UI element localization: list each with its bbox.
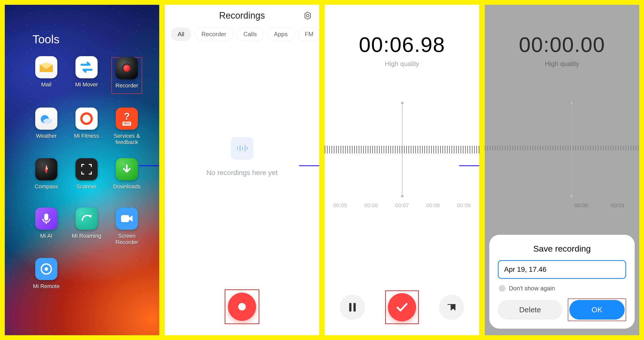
pause-icon [348, 302, 357, 312]
app-label: Mail [41, 81, 51, 93]
mail-icon [35, 56, 57, 78]
recording-timer: 00:06.98 [325, 32, 479, 57]
stop-button[interactable] [388, 293, 416, 321]
quality-label: High quality [485, 60, 639, 68]
services-feedback-icon: ?MIUI [116, 108, 138, 130]
app-label: Mi Fitness [74, 133, 99, 144]
folder-title: Tools [5, 5, 159, 56]
app-mi-remote[interactable]: Mi Remote [30, 258, 63, 295]
mi-remote-icon [35, 258, 57, 280]
screen-save-dialog: 00:00.00 High quality 00:00 00:01 00:02 … [484, 4, 640, 336]
svg-point-1 [43, 119, 52, 124]
svg-marker-3 [46, 165, 48, 169]
screen-recordings-list: Recordings All Recorder Calls Apps FM No… [164, 4, 320, 336]
app-screen-recorder[interactable]: Screen Recorder [110, 208, 143, 246]
tick: 00:06 [364, 202, 378, 209]
flow-arrow-icon [299, 162, 320, 171]
svg-rect-21 [353, 303, 356, 312]
filter-tabs: All Recorder Calls Apps FM [165, 27, 319, 41]
app-label: Mi Roaming [72, 233, 101, 244]
mi-roaming-icon [75, 208, 98, 230]
flag-icon [447, 302, 456, 312]
app-mi-roaming[interactable]: Mi Roaming [70, 208, 103, 246]
page-title: Recordings [219, 10, 265, 21]
settings-button[interactable] [303, 11, 313, 21]
app-mail[interactable]: Mail [30, 56, 63, 95]
app-label: Downloads [113, 183, 141, 195]
gear-icon [304, 12, 312, 20]
app-label: Mi Mover [75, 81, 98, 93]
waveform-area: 00:00 00:01 00:02 [485, 103, 639, 201]
weather-icon [35, 108, 57, 130]
tick: 00:07 [395, 202, 409, 209]
checkbox-icon [499, 285, 505, 292]
app-services-feedback[interactable]: ?MIUI Services & feedback [110, 108, 143, 146]
tick: 00:08 [426, 202, 440, 209]
waveform [325, 146, 479, 153]
app-mi-mover[interactable]: Mi Mover [70, 56, 103, 95]
record-button[interactable] [228, 293, 256, 321]
svg-point-12 [306, 14, 309, 17]
downloads-icon [116, 158, 138, 180]
delete-button[interactable]: Delete [498, 300, 562, 320]
screen-recording-active: 00:06.98 High quality 00:05 00:06 00:07 … [324, 4, 480, 336]
app-mi-fitness[interactable]: Mi Fitness [70, 108, 103, 146]
app-weather[interactable]: Weather [30, 108, 63, 146]
recording-timer: 00:00.00 [485, 32, 639, 57]
highlight-box: OK [568, 298, 626, 321]
tab-calls[interactable]: Calls [236, 27, 263, 41]
app-label: Services & feedback [110, 133, 143, 146]
tick: 00:09 [457, 202, 471, 209]
tick: 00:05 [333, 202, 347, 209]
filename-input[interactable] [498, 260, 626, 279]
tab-fm[interactable]: FM [298, 27, 320, 41]
app-recorder[interactable]: Recorder [110, 56, 143, 95]
tab-all[interactable]: All [171, 27, 191, 41]
app-grid: Mail Mi Mover Recorder Weather Mi Fitnes… [5, 56, 159, 295]
mi-mover-icon [75, 56, 98, 78]
tab-apps[interactable]: Apps [267, 27, 295, 41]
mi-fitness-icon [75, 108, 98, 130]
app-label: Mi AI [40, 233, 53, 244]
dialog-title: Save recording [498, 244, 626, 254]
svg-marker-11 [305, 12, 310, 19]
svg-rect-4 [44, 214, 48, 221]
pause-button[interactable] [340, 295, 365, 320]
app-scanner[interactable]: Scanner [70, 158, 103, 195]
time-ticks: 00:00 00:01 00:02 [574, 202, 640, 209]
highlight-box [385, 290, 419, 324]
waveform-icon [231, 137, 253, 160]
app-label: Compass [35, 183, 58, 195]
app-downloads[interactable]: Downloads [110, 158, 143, 195]
empty-text: No recordings here yet [206, 169, 277, 177]
app-label: Scanner [76, 183, 97, 195]
app-label: Screen Recorder [110, 233, 143, 246]
app-label: Weather [36, 133, 57, 144]
dont-show-again-checkbox[interactable]: Don't show again [499, 285, 625, 292]
app-label: Mi Remote [33, 283, 60, 295]
svg-point-8 [45, 267, 48, 271]
ok-button[interactable]: OK [569, 300, 625, 320]
waveform-area: 00:05 00:06 00:07 00:08 00:09 [325, 103, 479, 201]
tab-recorder[interactable]: Recorder [195, 27, 233, 41]
screen-recorder-icon [116, 208, 138, 230]
checkbox-label: Don't show again [509, 285, 555, 292]
scanner-icon [75, 158, 98, 180]
screen-tools-folder: Tools Mail Mi Mover Recorder Weather [4, 4, 160, 336]
compass-icon [35, 158, 57, 180]
app-label: Recorder [115, 82, 138, 94]
app-compass[interactable]: Compass [30, 158, 63, 195]
flag-button[interactable] [439, 295, 464, 320]
app-mi-ai[interactable]: Mi AI [30, 208, 63, 246]
svg-rect-20 [349, 303, 351, 312]
tick: 00:01 [611, 202, 625, 209]
recorder-icon [116, 57, 138, 79]
empty-state: No recordings here yet [206, 137, 277, 177]
flow-arrow-icon [459, 162, 480, 171]
save-recording-dialog: Save recording Don't show again Delete O… [489, 235, 635, 329]
quality-label: High quality [325, 60, 479, 68]
check-icon [396, 302, 408, 312]
mi-ai-icon [35, 208, 57, 230]
waveform [485, 146, 639, 150]
flow-arrow-icon [139, 162, 160, 171]
